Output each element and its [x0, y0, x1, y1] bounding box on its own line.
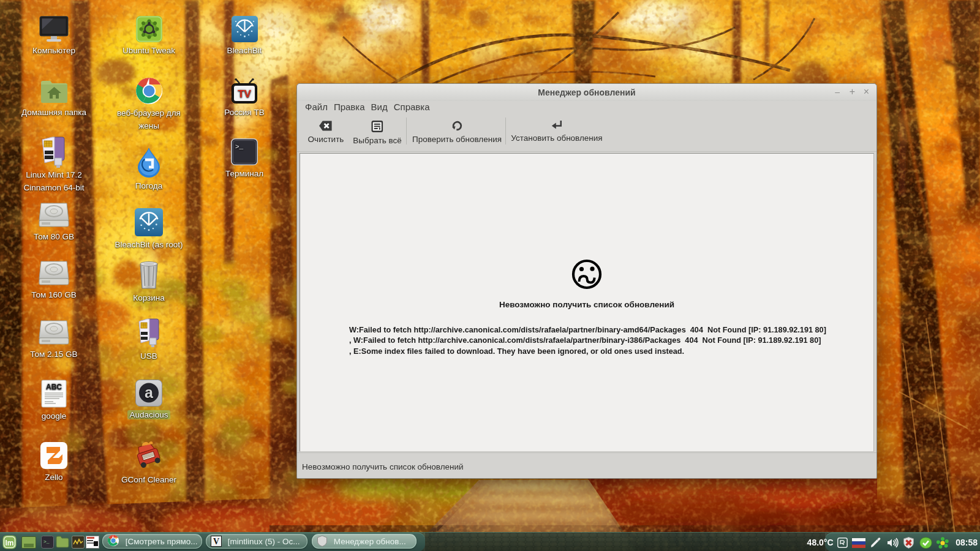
svg-text:V: V — [213, 537, 219, 546]
svg-text:lm: lm — [5, 539, 13, 547]
svg-text:>_: >_ — [43, 539, 50, 544]
svg-text:ABC: ABC — [46, 383, 62, 391]
svg-text:TV: TV — [238, 88, 251, 100]
svg-text:a: a — [145, 384, 154, 401]
svg-text:>_: >_ — [235, 143, 244, 151]
